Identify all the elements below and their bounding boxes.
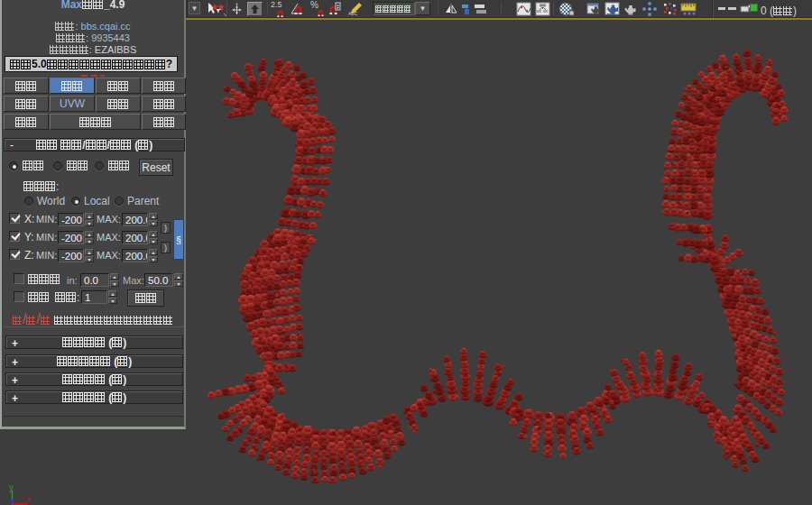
- svg-text:ABC: ABC: [348, 11, 358, 16]
- svg-text:x: x: [26, 494, 31, 504]
